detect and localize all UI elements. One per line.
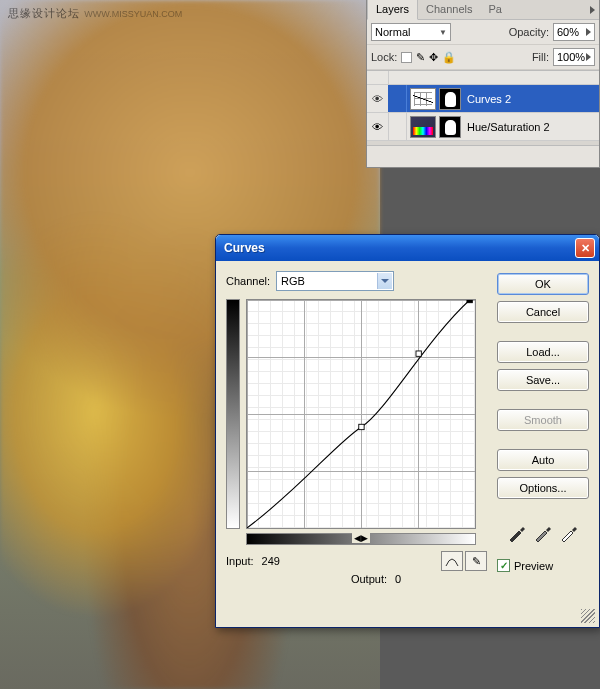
channel-label: Channel: — [226, 275, 270, 287]
chevron-down-icon — [377, 273, 392, 289]
layer-mask-thumbnail[interactable] — [439, 116, 461, 138]
gray-point-eyedropper-icon[interactable] — [533, 523, 553, 543]
layer-row[interactable]: 👁 Curves 2 — [367, 85, 599, 113]
curve-line — [247, 300, 475, 528]
arrow-right-icon — [586, 53, 591, 61]
link-toggle[interactable] — [389, 85, 407, 112]
fill-input[interactable]: 100% — [553, 48, 595, 66]
watermark-left-main: 思缘设计论坛 — [8, 7, 80, 19]
input-row: Input: 249 ✎ — [226, 551, 487, 571]
eyedropper-row — [497, 523, 589, 543]
white-point-eyedropper-icon[interactable] — [559, 523, 579, 543]
blend-opacity-row: Normal ▼ Opacity: 60% — [367, 20, 599, 45]
input-value: 249 — [262, 555, 298, 567]
dialog-left: Channel: RGB — [226, 271, 487, 617]
eye-icon: 👁 — [372, 93, 383, 105]
watermark-left-sub: WWW.MISSYUAN.COM — [84, 9, 182, 19]
curve-area — [226, 299, 487, 545]
visibility-toggle[interactable]: 👁 — [367, 85, 389, 112]
visibility-toggle[interactable]: 👁 — [367, 113, 389, 140]
lock-icons: ✎ ✥ 🔒 — [401, 51, 456, 64]
svg-rect-2 — [467, 300, 472, 303]
panel-tabs: Layers Channels Pa — [367, 0, 599, 20]
dialog-body: Channel: RGB — [216, 261, 599, 627]
blend-mode-select[interactable]: Normal ▼ — [371, 23, 451, 41]
tab-paths[interactable]: Pa — [481, 0, 510, 19]
curve-mode-button[interactable] — [441, 551, 463, 571]
layers-footer — [367, 145, 599, 167]
layer-mask-thumbnail[interactable] — [439, 88, 461, 110]
load-button[interactable]: Load... — [497, 341, 589, 363]
svg-rect-0 — [359, 424, 364, 429]
channel-row: Channel: RGB — [226, 271, 487, 291]
cancel-button[interactable]: Cancel — [497, 301, 589, 323]
output-label: Output: — [351, 573, 387, 585]
curves-dialog: Curves ✕ Channel: RGB — [215, 234, 600, 628]
eye-icon: 👁 — [372, 121, 383, 133]
resize-grip[interactable] — [581, 609, 595, 623]
preview-checkbox[interactable]: ✓ — [497, 559, 510, 572]
layers-list: 👁 Curves 2 👁 Hue/Saturation 2 — [367, 70, 599, 145]
opacity-input[interactable]: 60% — [553, 23, 595, 41]
lock-all-icon[interactable]: 🔒 — [442, 51, 456, 64]
curves-graph[interactable] — [246, 299, 476, 529]
lock-label: Lock: — [371, 51, 397, 63]
layer-row-truncated[interactable] — [367, 71, 599, 85]
save-button[interactable]: Save... — [497, 369, 589, 391]
options-button[interactable]: Options... — [497, 477, 589, 499]
ok-button[interactable]: OK — [497, 273, 589, 295]
fill-value: 100% — [557, 51, 585, 63]
lock-fill-row: Lock: ✎ ✥ 🔒 Fill: 100% — [367, 45, 599, 70]
opacity-value: 60% — [557, 26, 579, 38]
panel-menu-icon[interactable] — [585, 0, 599, 19]
layer-name[interactable]: Hue/Saturation 2 — [465, 121, 550, 133]
link-toggle[interactable] — [389, 113, 407, 140]
black-point-eyedropper-icon[interactable] — [507, 523, 527, 543]
input-label: Input: — [226, 555, 254, 567]
smooth-button: Smooth — [497, 409, 589, 431]
layer-name[interactable]: Curves 2 — [465, 93, 511, 105]
dialog-title: Curves — [220, 241, 265, 255]
auto-button[interactable]: Auto — [497, 449, 589, 471]
pencil-mode-button[interactable]: ✎ — [465, 551, 487, 571]
tab-channels[interactable]: Channels — [418, 0, 480, 19]
visibility-toggle[interactable] — [367, 71, 389, 85]
lock-move-icon[interactable]: ✥ — [429, 51, 438, 64]
lock-transparent-icon[interactable] — [401, 52, 412, 63]
adjustment-thumbnail[interactable] — [410, 116, 436, 138]
blend-mode-value: Normal — [375, 26, 410, 38]
close-button[interactable]: ✕ — [575, 238, 595, 258]
channel-value: RGB — [281, 275, 305, 287]
preview-row: ✓ Preview — [497, 559, 589, 572]
layers-panel: Layers Channels Pa Normal ▼ Opacity: 60%… — [366, 0, 600, 168]
adjustment-thumbnail[interactable] — [410, 88, 436, 110]
curve-icon — [445, 555, 459, 567]
tab-layers[interactable]: Layers — [367, 0, 418, 20]
watermark-left: 思缘设计论坛 WWW.MISSYUAN.COM — [8, 6, 182, 21]
svg-rect-1 — [416, 351, 421, 356]
fill-label: Fill: — [532, 51, 549, 63]
close-icon: ✕ — [581, 242, 590, 255]
opacity-label: Opacity: — [509, 26, 549, 38]
output-value: 0 — [395, 573, 431, 585]
dialog-right: OK Cancel Load... Save... Smooth Auto Op… — [497, 271, 589, 617]
output-gradient — [226, 299, 240, 529]
input-gradient[interactable] — [246, 533, 476, 545]
preview-label: Preview — [514, 560, 553, 572]
layer-row[interactable]: 👁 Hue/Saturation 2 — [367, 113, 599, 141]
dialog-titlebar[interactable]: Curves ✕ — [216, 235, 599, 261]
chevron-down-icon: ▼ — [439, 28, 447, 37]
arrow-right-icon — [586, 28, 591, 36]
channel-select[interactable]: RGB — [276, 271, 394, 291]
pencil-icon: ✎ — [472, 555, 481, 568]
lock-brush-icon[interactable]: ✎ — [416, 51, 425, 64]
output-row: Output: 0 — [226, 573, 487, 585]
